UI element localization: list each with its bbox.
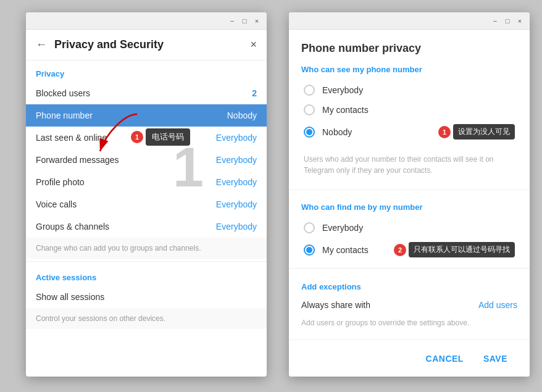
radio-circle-everybody — [304, 85, 315, 96]
find-tooltip-number: 2 — [394, 244, 406, 256]
close-btn-left[interactable]: × — [252, 16, 262, 26]
cancel-button[interactable]: CANCEL — [416, 349, 473, 369]
radio-find-my-contacts[interactable]: My contacts 2 只有联系人可以通过号码寻找 — [301, 238, 517, 262]
show-all-sessions-item[interactable]: Show all sessions — [26, 286, 267, 308]
blocked-users-badge: 2 — [252, 88, 257, 98]
always-share-label: Always share with — [301, 300, 370, 310]
radio-circle-nobody — [304, 127, 315, 138]
find-tooltip-text: 只有联系人可以通过号码寻找 — [409, 242, 515, 257]
phone-number-item[interactable]: Phone number Nobody — [26, 104, 267, 127]
voice-calls-item[interactable]: Voice calls Everybody — [26, 193, 267, 215]
profile-photo-value: Everybody — [216, 177, 257, 187]
radio-circle-my-contacts — [304, 104, 315, 115]
left-titlebar: − □ × — [26, 12, 267, 30]
last-seen-value: Everybody — [216, 133, 257, 143]
groups-channels-label: Groups & channels — [36, 222, 216, 231]
groups-channels-item[interactable]: Groups & channels Everybody — [26, 215, 267, 238]
back-button[interactable]: ← — [36, 38, 47, 51]
section1-title: Who can see my phone number — [301, 65, 517, 74]
profile-photo-item[interactable]: Profile photo Everybody — [26, 171, 267, 193]
nobody-tooltip-number: 1 — [438, 126, 451, 138]
privacy-section-label: Privacy — [26, 60, 267, 82]
dialog-content: Phone number privacy Who can see my phon… — [289, 30, 530, 340]
radio-label-find-everybody: Everybody — [322, 223, 515, 233]
radio-label-nobody: Nobody — [322, 127, 433, 137]
privacy-security-window: − □ × ← Privacy and Security × Privacy B… — [26, 12, 267, 377]
forwarded-messages-item[interactable]: Forwarded messages Everybody — [26, 149, 267, 171]
radio-label-everybody: Everybody — [322, 85, 515, 95]
forwarded-messages-label: Forwarded messages — [36, 155, 216, 165]
add-users-link[interactable]: Add users — [478, 300, 517, 310]
phone-number-value: Nobody — [227, 111, 257, 120]
save-button[interactable]: SAVE — [473, 349, 517, 369]
nobody-tooltip-container: 1 设置为没人可见 — [438, 124, 515, 140]
radio-find-everybody[interactable]: Everybody — [301, 218, 517, 238]
radio-circle-find-everybody — [304, 222, 315, 233]
voice-calls-label: Voice calls — [36, 199, 216, 209]
minimize-btn-left[interactable]: − — [227, 16, 237, 26]
panel-header: ← Privacy and Security × — [26, 30, 267, 60]
radio-circle-find-contacts — [304, 244, 315, 256]
panel-title: Privacy and Security — [54, 38, 250, 51]
radio-nobody[interactable]: Nobody 1 设置为没人可见 — [301, 120, 517, 144]
sessions-description: Control your sessions on other devices. — [26, 308, 267, 329]
phone-tooltip-text: 电话号码 — [146, 128, 190, 146]
active-sessions-label: Active sessions — [26, 264, 267, 286]
radio-everybody[interactable]: Everybody — [301, 80, 517, 100]
minimize-btn-right[interactable]: − — [490, 16, 500, 26]
radio-label-find-contacts: My contacts — [322, 245, 389, 255]
separator2 — [289, 268, 530, 269]
radio-my-contacts[interactable]: My contacts — [301, 100, 517, 120]
find-by-number-group: Everybody My contacts 2 只有联系人可以通过号码寻找 — [301, 218, 517, 262]
maximize-btn-right[interactable]: □ — [502, 16, 512, 26]
always-share-row: Always share with Add users — [301, 296, 517, 314]
phone-number-label: Phone number — [36, 111, 227, 120]
profile-photo-label: Profile photo — [36, 177, 216, 187]
separator1 — [289, 190, 530, 190]
section-divider — [26, 261, 267, 262]
show-all-sessions-label: Show all sessions — [36, 292, 257, 302]
groups-channels-value: Everybody — [216, 222, 257, 231]
phone-privacy-window: − □ × Phone number privacy Who can see m… — [289, 12, 530, 377]
nobody-tooltip-text: 设置为没人可见 — [453, 124, 515, 140]
maximize-btn-left[interactable]: □ — [240, 16, 249, 26]
panel-close-button[interactable]: × — [250, 38, 257, 51]
blocked-users-item[interactable]: Blocked users 2 — [26, 82, 267, 104]
phone-tooltip-container: 1 电话号码 — [131, 128, 190, 146]
override-hint: Add users or groups to override the sett… — [301, 314, 517, 335]
add-exceptions-label: Add exceptions — [301, 273, 517, 296]
voice-calls-value: Everybody — [216, 199, 257, 209]
right-titlebar: − □ × — [289, 12, 530, 30]
find-tooltip-container: 2 只有联系人可以通过号码寻找 — [394, 242, 515, 257]
phone-tooltip-number: 1 — [131, 131, 143, 143]
radio-label-my-contacts: My contacts — [322, 105, 515, 115]
phone-visibility-group: Everybody My contacts Nobody 1 设置为没人可见 — [301, 80, 517, 144]
privacy-description: Change who can add you to groups and cha… — [26, 238, 267, 259]
section2-title: Who can find me by my number — [301, 195, 517, 212]
dialog-title: Phone number privacy — [301, 42, 517, 55]
forwarded-messages-value: Everybody — [216, 155, 257, 165]
dialog-footer: CANCEL SAVE — [289, 340, 530, 377]
blocked-users-label: Blocked users — [36, 88, 252, 98]
close-btn-right[interactable]: × — [515, 16, 525, 26]
section1-hint: Users who add your number to their conta… — [301, 150, 517, 185]
